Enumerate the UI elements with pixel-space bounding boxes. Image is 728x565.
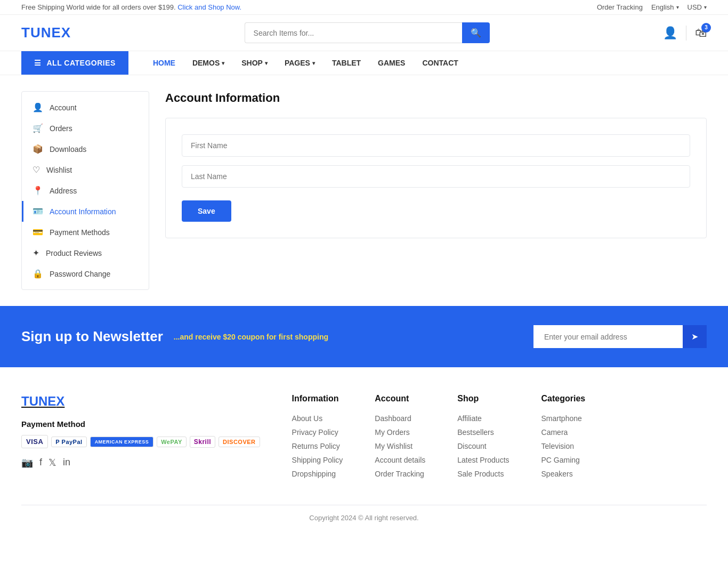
sidebar-item-downloads[interactable]: 📦 Downloads xyxy=(22,139,149,159)
dropshipping-link[interactable]: Dropshipping xyxy=(292,470,336,478)
newsletter-left: Sign up to Newsletter ...and receive $20… xyxy=(21,328,328,345)
footer-col-information: Information About Us Privacy Policy Retu… xyxy=(292,394,343,483)
top-bar: Free Shipping World wide for all orders … xyxy=(0,0,728,15)
language-chevron-icon: ▾ xyxy=(676,4,679,10)
camera-link[interactable]: Camera xyxy=(541,428,568,437)
instagram-icon[interactable]: 📷 xyxy=(21,457,33,469)
save-button[interactable]: Save xyxy=(182,200,231,222)
social-icons: 📷 f 𝕏 in xyxy=(21,457,260,469)
nav-tablet[interactable]: TABLET xyxy=(323,51,369,75)
smartphone-link[interactable]: Smartphone xyxy=(541,414,582,423)
nav-bar: ☰ ALL CATEGORIES HOME DEMOS ▾ SHOP ▾ PAG… xyxy=(0,51,728,75)
about-us-link[interactable]: About Us xyxy=(292,414,323,423)
address-icon: 📍 xyxy=(33,185,43,196)
discover-icon: DISCOVER xyxy=(219,437,260,447)
orders-icon: 🛒 xyxy=(33,123,43,133)
nav-contact[interactable]: CONTACT xyxy=(414,51,466,75)
order-tracking-link[interactable]: Order Tracking xyxy=(597,3,643,11)
nav-demos[interactable]: DEMOS ▾ xyxy=(184,51,233,75)
my-wishlist-link[interactable]: My Wishlist xyxy=(375,442,412,450)
password-icon: 🔒 xyxy=(33,269,43,279)
information-col-title: Information xyxy=(292,394,343,403)
downloads-icon: 📦 xyxy=(33,144,43,154)
newsletter-submit-button[interactable]: ➤ xyxy=(683,325,707,348)
user-icon: 👤 xyxy=(663,26,677,39)
currency-selector[interactable]: USD ▾ xyxy=(687,3,707,11)
account-info-icon: 🪪 xyxy=(33,206,43,216)
footer-brand: TUNEX Payment Method VISA P PayPal AMERI… xyxy=(21,394,260,483)
payment-icon: 💳 xyxy=(33,227,43,237)
top-bar-right: Order Tracking English ▾ USD ▾ xyxy=(597,3,707,11)
facebook-icon[interactable]: f xyxy=(39,457,42,469)
last-name-input[interactable] xyxy=(182,165,690,188)
shipping-notice: Free Shipping World wide for all orders … xyxy=(21,3,241,11)
sidebar-item-orders[interactable]: 🛒 Orders xyxy=(22,118,149,139)
speakers-link[interactable]: Speakers xyxy=(541,470,573,478)
account-content: Account Information Save xyxy=(165,91,707,290)
account-details-link[interactable]: Account details xyxy=(375,456,425,464)
pc-gaming-link[interactable]: PC Gaming xyxy=(541,456,580,464)
search-bar: 🔍 xyxy=(245,22,490,43)
nav-games[interactable]: GAMES xyxy=(369,51,414,75)
latest-products-link[interactable]: Latest Products xyxy=(457,456,509,464)
nav-pages[interactable]: PAGES ▾ xyxy=(276,51,323,75)
newsletter-email-input[interactable] xyxy=(533,325,683,348)
search-input[interactable] xyxy=(245,22,462,43)
television-link[interactable]: Television xyxy=(541,442,574,450)
cart-icon-wrapper[interactable]: 🛍 3 xyxy=(695,26,707,40)
first-name-input[interactable] xyxy=(182,134,690,157)
sidebar-item-wishlist[interactable]: ♡ Wishlist xyxy=(22,159,149,180)
sidebar-item-account-info[interactable]: 🪪 Account Information xyxy=(22,201,149,222)
footer-col-categories: Categories Smartphone Camera Television … xyxy=(541,394,586,483)
my-orders-link[interactable]: My Orders xyxy=(375,428,409,437)
last-name-group xyxy=(182,165,690,188)
wepay-icon: WePAY xyxy=(157,437,187,447)
send-icon: ➤ xyxy=(691,332,698,341)
sidebar-item-address[interactable]: 📍 Address xyxy=(22,180,149,201)
account-form: Save xyxy=(165,118,707,238)
all-categories-button[interactable]: ☰ ALL CATEGORIES xyxy=(21,51,128,75)
nav-menu: HOME DEMOS ▾ SHOP ▾ PAGES ▾ TABLET GAMES… xyxy=(144,51,467,75)
sidebar-item-password[interactable]: 🔒 Password Change xyxy=(22,263,149,284)
sidebar-item-payment[interactable]: 💳 Payment Methods xyxy=(22,222,149,243)
search-icon: 🔍 xyxy=(471,28,481,37)
shop-now-link[interactable]: Click and Shop Now. xyxy=(177,3,241,11)
demos-chevron-icon: ▾ xyxy=(222,60,224,66)
footer-divider xyxy=(21,505,707,505)
skrill-icon: Skrill xyxy=(190,436,215,448)
account-icon[interactable]: 👤 xyxy=(663,26,677,40)
sale-products-link[interactable]: Sale Products xyxy=(457,470,504,478)
search-button[interactable]: 🔍 xyxy=(462,22,490,43)
shop-col-title: Shop xyxy=(457,394,509,403)
discount-link[interactable]: Discount xyxy=(457,442,486,450)
nav-shop[interactable]: SHOP ▾ xyxy=(233,51,276,75)
categories-links: Smartphone Camera Television PC Gaming S… xyxy=(541,414,586,478)
account-col-title: Account xyxy=(375,394,425,403)
order-tracking-footer-link[interactable]: Order Tracking xyxy=(375,470,424,478)
footer-logo[interactable]: TUNEX xyxy=(21,394,260,409)
nav-home[interactable]: HOME xyxy=(144,51,184,75)
hamburger-icon: ☰ xyxy=(34,59,42,67)
categories-col-title: Categories xyxy=(541,394,586,403)
visa-icon: VISA xyxy=(21,435,48,448)
information-links: About Us Privacy Policy Returns Policy S… xyxy=(292,414,343,478)
twitter-icon[interactable]: 𝕏 xyxy=(48,457,56,469)
shop-chevron-icon: ▾ xyxy=(265,60,268,66)
shipping-policy-link[interactable]: Shipping Policy xyxy=(292,456,343,464)
linkedin-icon[interactable]: in xyxy=(63,457,70,469)
header-right: 👤 🛍 3 xyxy=(663,26,707,41)
sidebar-item-reviews[interactable]: ✦ Product Reviews xyxy=(22,243,149,263)
dashboard-link[interactable]: Dashboard xyxy=(375,414,411,423)
logo[interactable]: TUNEX xyxy=(21,25,71,41)
footer: TUNEX Payment Method VISA P PayPal AMERI… xyxy=(0,367,728,538)
language-selector[interactable]: English ▾ xyxy=(651,3,679,11)
wishlist-icon: ♡ xyxy=(33,165,40,175)
sidebar-item-account[interactable]: 👤 Account xyxy=(22,97,149,118)
bestsellers-link[interactable]: Bestsellers xyxy=(457,428,494,437)
account-sidebar-icon: 👤 xyxy=(33,102,43,112)
paypal-icon: P PayPal xyxy=(51,437,86,447)
privacy-policy-link[interactable]: Privacy Policy xyxy=(292,428,338,437)
returns-policy-link[interactable]: Returns Policy xyxy=(292,442,340,450)
newsletter-title: Sign up to Newsletter xyxy=(21,328,163,345)
affiliate-link[interactable]: Affiliate xyxy=(457,414,482,423)
